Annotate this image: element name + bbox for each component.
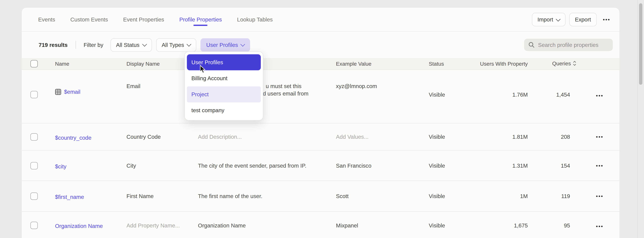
column-header-queries[interactable]: Queries <box>531 61 576 67</box>
example-value-cell[interactable]: Scott <box>336 193 349 199</box>
chevron-down-icon <box>142 42 146 47</box>
example-value-cell[interactable]: Mixpanel <box>336 222 358 229</box>
column-header-users-with-property[interactable]: Users With Property <box>436 61 528 67</box>
export-button-label: Export <box>575 17 591 23</box>
table-row[interactable]: $city City The city of the event sender,… <box>22 151 620 181</box>
description-cell[interactable]: Add Description... <box>198 134 242 140</box>
filter-by-label: Filter by <box>84 42 103 48</box>
table-row[interactable]: $first_name First Name The first name of… <box>22 181 620 212</box>
column-header-display-name[interactable]: Display Name <box>126 61 160 67</box>
dropdown-item-user-profiles[interactable]: User Profiles <box>187 54 261 70</box>
queries-cell: 95 <box>531 222 570 229</box>
queries-cell: 154 <box>531 162 570 169</box>
display-name-cell[interactable]: Country Code <box>126 134 161 140</box>
chevron-down-icon <box>556 17 560 21</box>
description-cell[interactable]: The first name of the user. <box>198 193 262 199</box>
property-name-link[interactable]: Organization Name <box>55 223 103 229</box>
row-overflow-menu-icon[interactable]: ••• <box>596 134 603 140</box>
chevron-down-icon <box>240 42 245 47</box>
description-cell[interactable]: Organization Name <box>198 222 246 229</box>
results-count: 719 results <box>38 42 68 48</box>
dropdown-item-project[interactable]: Project <box>187 86 261 102</box>
dropdown-item-test-company[interactable]: test company <box>187 102 261 119</box>
display-name-cell[interactable]: First Name <box>126 193 154 199</box>
type-filter-button[interactable]: All Types <box>156 38 196 52</box>
sort-icon[interactable] <box>573 61 576 67</box>
divider <box>75 41 76 49</box>
queries-cell: 208 <box>531 134 570 140</box>
example-value-cell[interactable]: San Francisco <box>336 162 372 169</box>
filter-bar: 719 results Filter by All Status All Typ… <box>22 32 620 58</box>
properties-card: Events Custom Events Event Properties Pr… <box>22 8 620 238</box>
search-icon <box>529 42 534 48</box>
column-header-name[interactable]: Name <box>55 61 69 67</box>
description-cell[interactable]: u must set this <box>266 83 302 89</box>
import-button[interactable]: Import <box>532 13 565 26</box>
active-tab-underline <box>194 25 208 26</box>
row-overflow-menu-icon[interactable]: ••• <box>596 162 603 169</box>
overflow-menu-icon[interactable]: ••• <box>603 17 610 23</box>
queries-cell: 119 <box>531 193 570 199</box>
tab-custom-events[interactable]: Custom Events <box>70 17 108 23</box>
row-checkbox[interactable] <box>30 133 38 140</box>
row-checkbox[interactable] <box>30 162 38 169</box>
chevron-down-icon <box>186 42 191 47</box>
row-checkbox[interactable] <box>30 222 38 229</box>
status-filter-button[interactable]: All Status <box>110 38 152 52</box>
column-header-example-value[interactable]: Example Value <box>336 61 372 67</box>
mouse-cursor <box>200 65 206 75</box>
users-with-property-cell: 1.81M <box>436 134 528 140</box>
status-filter-label: All Status <box>116 42 140 48</box>
row-overflow-menu-icon[interactable]: ••• <box>596 223 603 229</box>
search-placeholder: Search profile properties <box>538 42 598 48</box>
users-with-property-cell: 1.31M <box>436 162 528 169</box>
display-name-cell[interactable]: City <box>126 162 136 169</box>
property-name-link[interactable]: $first_name <box>55 194 84 200</box>
dropdown-item-billing-account[interactable]: Billing Account <box>187 70 261 87</box>
entity-filter-button[interactable]: User Profiles <box>200 38 250 52</box>
users-with-property-cell: 1.76M <box>436 92 528 98</box>
property-name-link[interactable]: $country_code <box>55 134 92 141</box>
users-with-property-cell: 1M <box>436 193 528 199</box>
table-row[interactable]: Organization Name Add Property Name... O… <box>22 212 620 238</box>
toolbar: Import Export ••• <box>532 13 610 26</box>
tab-events[interactable]: Events <box>38 17 55 23</box>
entity-filter-dropdown: User Profiles Billing Account Project te… <box>184 52 263 121</box>
table-row[interactable]: $country_code Country Code Add Descripti… <box>22 123 620 151</box>
queries-cell: 1,454 <box>531 92 570 98</box>
select-all-checkbox[interactable] <box>30 60 38 67</box>
description-cell[interactable]: d users email from <box>263 90 308 97</box>
display-name-cell[interactable]: Add Property Name... <box>126 222 180 229</box>
tab-bar: Events Custom Events Event Properties Pr… <box>22 8 620 32</box>
scrollbar-thumb[interactable] <box>639 3 642 85</box>
table-grid-icon <box>55 89 61 95</box>
table-row[interactable]: $email Email u must set this d users ema… <box>22 70 620 123</box>
row-checkbox[interactable] <box>30 91 38 98</box>
row-overflow-menu-icon[interactable]: ••• <box>596 93 603 99</box>
import-button-label: Import <box>538 17 553 23</box>
column-header-queries-label: Queries <box>552 61 571 67</box>
tab-profile-properties-label: Profile Properties <box>179 17 222 23</box>
tab-profile-properties[interactable]: Profile Properties <box>179 17 222 23</box>
display-name-cell[interactable]: Email <box>126 83 140 89</box>
property-name-link[interactable]: $email <box>55 89 80 95</box>
row-overflow-menu-icon[interactable]: ••• <box>596 193 603 199</box>
property-name-link[interactable]: $city <box>55 163 66 169</box>
example-value-cell[interactable]: xyz@lmnop.com <box>336 83 377 89</box>
property-name-text: $email <box>64 89 80 95</box>
scrollbar-track <box>638 0 638 238</box>
users-with-property-cell: 1,675 <box>436 222 528 229</box>
search-input[interactable]: Search profile properties <box>524 39 613 51</box>
page: Events Custom Events Event Properties Pr… <box>0 0 644 238</box>
tab-event-properties[interactable]: Event Properties <box>123 17 164 23</box>
tab-lookup-tables[interactable]: Lookup Tables <box>237 17 273 23</box>
example-value-cell[interactable]: Add Values... <box>336 134 369 140</box>
type-filter-label: All Types <box>162 42 184 48</box>
export-button[interactable]: Export <box>569 13 597 26</box>
description-cell[interactable]: The city of the event sender, parsed fro… <box>198 162 306 169</box>
table-header: Name Display Name Example Value Status U… <box>22 58 620 70</box>
entity-filter-label: User Profiles <box>206 42 238 48</box>
row-checkbox[interactable] <box>30 192 38 200</box>
